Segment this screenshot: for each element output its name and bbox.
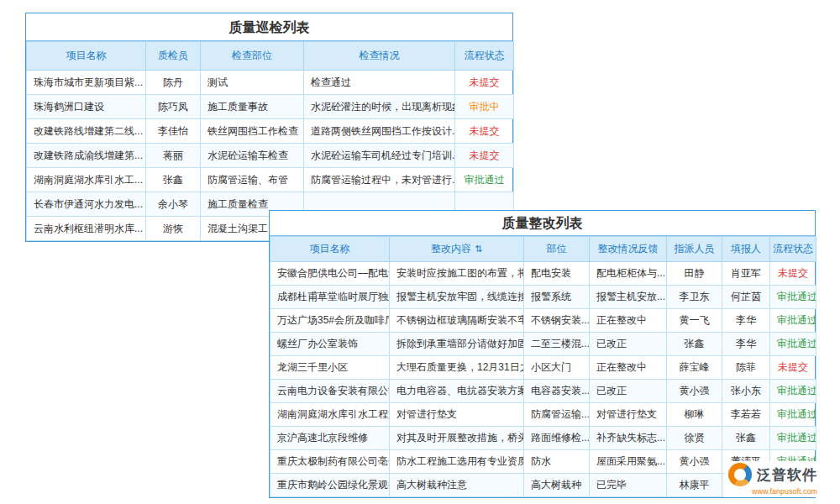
inspection-table: 质量巡检列表 项目名称质检员检查部位检查情况流程状态 珠海市城市更新项目紫...… <box>25 13 513 242</box>
project-name-link[interactable]: 珠海市城市更新项目紫... <box>27 71 146 95</box>
assignee-name[interactable]: 李卫东 <box>667 286 722 309</box>
project-name-link[interactable]: 湖南洞庭湖水库引水工... <box>27 168 146 192</box>
rectify-feedback: 对管进行垫支 <box>590 403 667 427</box>
assignee-name[interactable]: 黄小强 <box>667 380 722 403</box>
reporter-name[interactable]: 何芷茵 <box>722 286 770 309</box>
inspection-situation: 防腐管运输过程中，未对管进行... <box>304 168 455 192</box>
project-name-link[interactable]: 成都杜甫草堂临时展厅独立展... <box>270 286 390 309</box>
inspection-part: 水泥砼运输车检查 <box>201 144 304 168</box>
table-row: 珠海市城市更新项目紫...陈丹测试检查通过未提交 <box>27 71 514 95</box>
reporter-name[interactable]: 张鑫 <box>722 427 770 450</box>
column-label: 检查部位 <box>232 50 272 61</box>
rectify-feedback: 已改正 <box>590 380 667 403</box>
inspection-situation: 水泥砼灌注的时候，出现离析现象 <box>304 95 455 119</box>
table-row: 龙湖三千里小区大理石质量更换，12月31日之...小区大门正在整改中薛宝峰陈菲未… <box>270 356 816 380</box>
column-label: 整改内容 <box>431 243 471 255</box>
table-row: 京沪高速北京段维修对其及时开展整改措施，桥头...路面维修检...补齐缺失标志.… <box>270 427 816 450</box>
assignee-name[interactable]: 张鑫 <box>667 333 722 356</box>
assignee-name[interactable]: 田静 <box>667 262 722 286</box>
rectify-grid: 项目名称整改内容⇅部位整改情况反馈指派人员填报人流程状态 安徽合肥供电公司—配电… <box>270 236 816 497</box>
rectify-content: 电力电容器、电抗器安装方案，... <box>390 380 524 403</box>
reporter-name[interactable]: 张小东 <box>722 380 770 403</box>
rectify-content: 报警主机安放牢固，线缆连接... <box>390 286 524 309</box>
project-name-link[interactable]: 改建铁路线增建第二线... <box>27 119 146 144</box>
reporter-name[interactable]: 李华 <box>722 333 770 356</box>
assignee-name[interactable]: 薛宝峰 <box>667 356 722 380</box>
project-name-link[interactable]: 京沪高速北京段维修 <box>270 427 390 450</box>
inspection-part: 防腐管运输、布管 <box>201 168 304 192</box>
project-name-link[interactable]: 螺丝厂办公室装饰 <box>270 333 390 356</box>
assignee-name[interactable]: 黄小强 <box>667 450 722 474</box>
table-row: 改建铁路成渝线增建第...蒋丽水泥砼运输车检查水泥砼运输车司机经过专门培训...… <box>27 144 514 168</box>
part: 配电安装 <box>524 262 590 286</box>
assignee-name[interactable]: 黄一飞 <box>667 309 722 333</box>
project-name-link[interactable]: 龙湖三千里小区 <box>270 356 390 380</box>
rectify-feedback: 报警主机安放... <box>590 286 667 309</box>
column-header-status: 流程状态 <box>770 237 816 262</box>
assignee-name[interactable]: 柳琳 <box>667 403 722 427</box>
inspector-name[interactable]: 张鑫 <box>146 168 201 192</box>
table-row: 成都杜甫草堂临时展厅独立展...报警主机安放牢固，线缆连接...报警系统报警主机… <box>270 286 816 309</box>
flow-status: 未提交 <box>770 262 816 286</box>
table-row: 安徽合肥供电公司—配电设备...安装时应按施工图的布置，将...配电安装配电柜柜… <box>270 262 816 286</box>
brand-icon <box>728 463 752 486</box>
column-label: 检查情况 <box>360 50 400 61</box>
sort-icon[interactable]: ⇅ <box>475 244 482 254</box>
inspector-name[interactable]: 游恢 <box>146 217 201 241</box>
reporter-name[interactable]: 李华 <box>722 309 770 333</box>
project-name-link[interactable]: 云南水利枢纽潜明水库... <box>27 217 146 241</box>
column-header-feedback: 整改情况反馈 <box>590 237 667 262</box>
project-name-link[interactable]: 珠海鹤洲口建设 <box>27 95 146 119</box>
project-name-link[interactable]: 安徽合肥供电公司—配电设备... <box>270 262 390 286</box>
project-name-link[interactable]: 长春市伊通河水力发电... <box>27 192 146 217</box>
assignee-name[interactable]: 徐贤 <box>667 427 722 450</box>
rectify-content: 安装时应按施工图的布置，将... <box>390 262 524 286</box>
table-row: 云南电力设备安装有限公司20...电力电容器、电抗器安装方案，...电容器安装.… <box>270 380 816 403</box>
column-label: 填报人 <box>731 243 761 255</box>
rectify-feedback: 正在整改中 <box>590 356 667 380</box>
rectify-feedback: 补齐缺失标志... <box>590 427 667 450</box>
reporter-name[interactable]: 陈菲 <box>722 356 770 380</box>
column-label: 项目名称 <box>66 50 107 61</box>
column-header-reporter: 填报人 <box>722 237 770 262</box>
inspection-table-title: 质量巡检列表 <box>26 13 512 41</box>
project-name-link[interactable]: 云南电力设备安装有限公司20... <box>270 380 390 403</box>
table-row: 珠海鹤洲口建设陈巧凤施工质量事故水泥砼灌注的时候，出现离析现象审批中 <box>27 95 514 119</box>
reporter-name[interactable]: 肖亚军 <box>722 262 770 286</box>
rectify-content: 对管进行垫支 <box>390 403 524 427</box>
column-header-situation: 检查情况 <box>304 42 455 71</box>
project-name-link[interactable]: 万达广场35#会所及咖啡厅空... <box>270 309 390 333</box>
column-label: 流程状态 <box>465 50 505 61</box>
column-header-project: 项目名称 <box>270 237 390 262</box>
flow-status: 审批通过 <box>770 286 816 309</box>
inspector-name[interactable]: 李佳怡 <box>146 119 201 144</box>
part: 二至三楼混... <box>524 333 590 356</box>
brand-name: 泛普软件 <box>757 465 817 485</box>
part: 小区大门 <box>524 356 590 380</box>
inspector-name[interactable]: 陈丹 <box>146 71 201 95</box>
table-row: 螺丝厂办公室装饰拆除到承重墙部分请做好加固...二至三楼混...已改正张鑫李华审… <box>270 333 816 356</box>
rectify-table: 质量整改列表 项目名称整改内容⇅部位整改情况反馈指派人员填报人流程状态 安徽合肥… <box>269 210 816 498</box>
project-name-link[interactable]: 重庆市鹅岭公园绿化景观提升... <box>270 474 390 497</box>
inspector-name[interactable]: 余小琴 <box>146 192 201 217</box>
column-label: 项目名称 <box>310 243 350 255</box>
rectify-feedback: 屋面采用聚氨... <box>590 450 667 474</box>
column-header-content: 整改内容⇅ <box>390 237 524 262</box>
project-name-link[interactable]: 湖南洞庭湖水库引水工程施工... <box>270 403 390 427</box>
reporter-name[interactable]: 李若若 <box>722 403 770 427</box>
flow-status: 审批通过 <box>770 403 816 427</box>
assignee-name[interactable]: 林康平 <box>667 474 722 497</box>
column-label: 指派人员 <box>675 243 715 255</box>
project-name-link[interactable]: 改建铁路成渝线增建第... <box>27 144 146 168</box>
column-header-part: 部位 <box>524 237 590 262</box>
flow-status: 未提交 <box>455 119 514 144</box>
table-row: 湖南洞庭湖水库引水工...张鑫防腐管运输、布管防腐管运输过程中，未对管进行...… <box>27 168 514 192</box>
rectify-feedback: 已改正 <box>590 333 667 356</box>
project-name-link[interactable]: 重庆太极制药有限公司亳州中... <box>270 450 390 474</box>
inspector-name[interactable]: 陈巧凤 <box>146 95 201 119</box>
rectify-content: 防水工程施工选用有专业资质... <box>390 450 524 474</box>
part: 不锈钢安装... <box>524 309 590 333</box>
inspector-name[interactable]: 蒋丽 <box>146 144 201 168</box>
inspection-header-row: 项目名称质检员检查部位检查情况流程状态 <box>27 42 514 71</box>
column-label: 整改情况反馈 <box>598 243 659 255</box>
